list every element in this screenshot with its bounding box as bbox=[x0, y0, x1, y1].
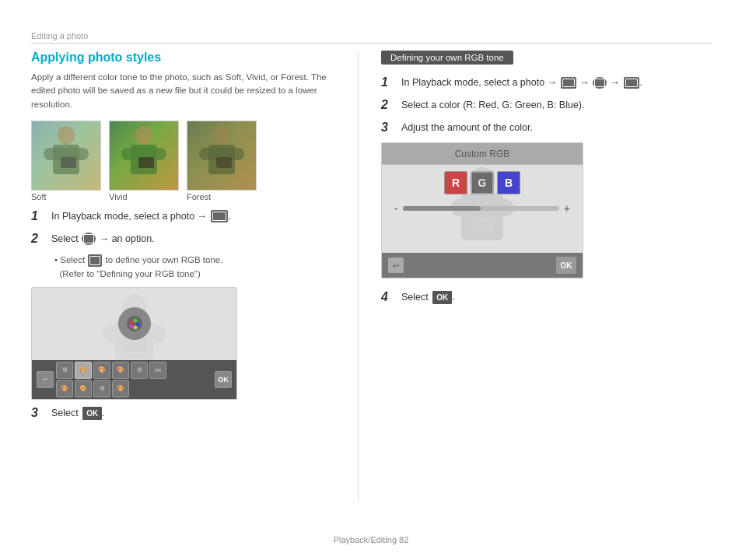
svg-rect-11 bbox=[216, 157, 232, 168]
svg-point-19 bbox=[135, 322, 139, 326]
right-menu-icon bbox=[593, 77, 607, 89]
svg-point-21 bbox=[129, 324, 133, 328]
section-title: Applying photo styles bbox=[31, 51, 334, 65]
rgb-ui-box: Custom RGB R G B - + ↩ OK bbox=[381, 142, 583, 278]
cam-icon-6[interactable]: NR bbox=[149, 362, 166, 379]
step-1-text: In Playback mode, select a photo → . bbox=[51, 209, 334, 224]
right-step-4-num: 4 bbox=[381, 290, 397, 304]
cam-icon-2[interactable]: 🎨 bbox=[75, 362, 92, 379]
right-step-4-text: Select OK. bbox=[401, 290, 708, 305]
cam-icon-7[interactable]: 🎨 bbox=[56, 380, 73, 397]
step-2-num: 2 bbox=[31, 232, 47, 246]
rgb-slider-track[interactable] bbox=[403, 206, 559, 211]
playback-icon bbox=[211, 210, 228, 222]
right-step-2-text: Select a color (R: Red, G: Green, B: Blu… bbox=[401, 98, 708, 113]
right-step-1: 1 In Playback mode, select a photo → → →… bbox=[381, 75, 708, 90]
svg-point-20 bbox=[133, 325, 137, 329]
cam-icon-8[interactable]: 🎨 bbox=[75, 380, 92, 397]
right-step-3-num: 3 bbox=[381, 121, 397, 135]
svg-rect-25 bbox=[472, 217, 494, 234]
camera-bottom-bar: ↩ ⚙ 🎨 🎨 🎨 ⚙ NR 🎨 🎨 ⚙ 🎨 bbox=[32, 360, 236, 399]
photo-vivid-label: Vivid bbox=[109, 192, 179, 201]
rgb-badge: Defining your own RGB tone bbox=[381, 51, 513, 65]
step-1-num: 1 bbox=[31, 209, 47, 223]
right-column: Defining your own RGB tone 1 In Playback… bbox=[381, 51, 708, 313]
step-2: 2 Select → an option. bbox=[31, 232, 334, 247]
bullet-item: • Select to define your own RGB tone. (R… bbox=[54, 254, 334, 281]
photo-forest bbox=[187, 121, 257, 191]
page: Editing a photo Applying photo styles Ap… bbox=[0, 0, 742, 560]
svg-rect-3 bbox=[61, 157, 76, 168]
cam-icon-3[interactable]: 🎨 bbox=[93, 362, 110, 379]
column-divider bbox=[358, 51, 359, 502]
svg-point-4 bbox=[135, 126, 152, 145]
ok-label-left: OK bbox=[82, 407, 102, 420]
right-playback-icon bbox=[561, 77, 576, 89]
svg-point-18 bbox=[133, 318, 137, 322]
right-step-2-num: 2 bbox=[381, 98, 397, 112]
step-2-text: Select → an option. bbox=[51, 232, 334, 247]
cam-icon-10[interactable]: 🎨 bbox=[112, 380, 129, 397]
right-step-3-text: Adjust the amount of the color. bbox=[401, 121, 708, 135]
menu-icon bbox=[82, 233, 96, 245]
svg-point-8 bbox=[213, 126, 230, 145]
page-footer: Playback/Editing 82 bbox=[0, 535, 742, 544]
palette-icon bbox=[118, 307, 151, 340]
right-step-1-text: In Playback mode, select a photo → → → . bbox=[401, 75, 708, 90]
section-desc: Apply a different color tone to the phot… bbox=[31, 71, 334, 111]
step-3: 3 Select OK. bbox=[31, 406, 334, 421]
rgb-ok-button[interactable]: OK bbox=[556, 257, 576, 274]
photo-soft bbox=[31, 121, 101, 191]
svg-point-17 bbox=[129, 320, 133, 324]
photo-example-vivid: Vivid bbox=[109, 121, 179, 201]
svg-rect-7 bbox=[138, 157, 154, 168]
breadcrumb: Editing a photo bbox=[31, 31, 88, 40]
step-1: 1 In Playback mode, select a photo → . bbox=[31, 209, 334, 224]
svg-point-0 bbox=[58, 126, 75, 145]
right-step-3: 3 Adjust the amount of the color. bbox=[381, 121, 708, 135]
camera-ui-mockup: Soft ↩ ⚙ bbox=[31, 287, 237, 400]
rgb-slider-fill bbox=[403, 206, 481, 211]
photo-example-forest: Forest bbox=[187, 121, 257, 201]
cam-icon-4[interactable]: 🎨 bbox=[112, 362, 129, 379]
settings-icon bbox=[88, 254, 102, 267]
photo-example-soft: Soft bbox=[31, 121, 101, 201]
cam-back-btn[interactable]: ↩ bbox=[37, 371, 54, 388]
cam-icon-9[interactable]: ⚙ bbox=[93, 380, 110, 397]
rgb-back-button[interactable]: ↩ bbox=[388, 257, 404, 273]
photo-soft-label: Soft bbox=[31, 192, 101, 201]
step-3-text: Select OK. bbox=[51, 406, 334, 421]
photo-examples: Soft Vivid bbox=[31, 121, 334, 201]
cam-icon-5[interactable]: ⚙ bbox=[131, 362, 148, 379]
right-step-1-num: 1 bbox=[381, 75, 397, 89]
photo-forest-label: Forest bbox=[187, 192, 257, 201]
right-rgb-icon bbox=[624, 77, 639, 89]
cam-icon-1[interactable]: ⚙ bbox=[56, 362, 73, 379]
photo-vivid bbox=[109, 121, 179, 191]
svg-point-22 bbox=[470, 167, 495, 194]
top-divider bbox=[31, 43, 711, 44]
ok-label-right: OK bbox=[432, 291, 452, 304]
left-column: Applying photo styles Apply a different … bbox=[31, 51, 334, 429]
step-3-num: 3 bbox=[31, 406, 47, 420]
rgb-header: Custom RGB bbox=[382, 143, 583, 165]
cam-ok-btn[interactable]: OK bbox=[215, 371, 232, 388]
right-step-2: 2 Select a color (R: Red, G: Green, B: B… bbox=[381, 98, 708, 113]
right-step-4: 4 Select OK. bbox=[381, 290, 708, 305]
rgb-bottom-bar: ↩ OK bbox=[382, 253, 583, 278]
